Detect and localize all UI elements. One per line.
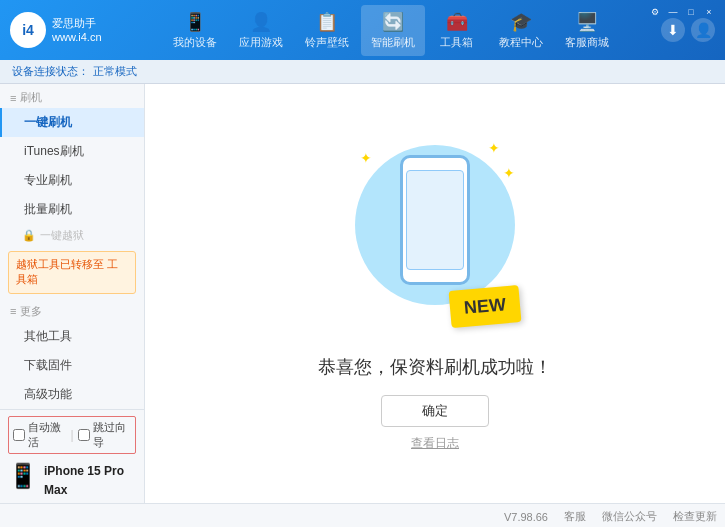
nav-apps-label: 应用游戏 (239, 35, 283, 50)
content-area: ✦ ✦ ✦ NEW 恭喜您，保资料刷机成功啦！ 确定 查看日志 (145, 84, 725, 503)
log-link[interactable]: 查看日志 (411, 435, 459, 452)
sidebar-item-itunes-flash[interactable]: iTunes刷机 (0, 137, 144, 166)
toolbox-icon: 🧰 (446, 11, 468, 33)
service-icon: 🖥️ (576, 11, 598, 33)
iphone-icon: 📱 (8, 462, 38, 490)
phone-device (400, 155, 470, 285)
app-header: i4 爱思助手 www.i4.cn 📱 我的设备 👤 应用游戏 📋 铃声壁纸 🔄… (0, 0, 725, 60)
nav-smart-flash-label: 智能刷机 (371, 35, 415, 50)
new-badge: NEW (449, 285, 522, 328)
tutorial-icon: 🎓 (510, 11, 532, 33)
sidebar-item-advanced[interactable]: 高级功能 (0, 380, 144, 409)
footer-link-service[interactable]: 客服 (564, 509, 586, 524)
nav-tutorial-label: 教程中心 (499, 35, 543, 50)
smart-flash-icon: 🔄 (382, 11, 404, 33)
sidebar-item-other-tools[interactable]: 其他工具 (0, 322, 144, 351)
sidebar-item-pro-flash[interactable]: 专业刷机 (0, 166, 144, 195)
footer-link-update[interactable]: 检查更新 (673, 509, 717, 524)
download-button[interactable]: ⬇ (661, 18, 685, 42)
status-value: 正常模式 (93, 64, 137, 79)
sidebar-section-flash: ≡ 刷机 (0, 84, 144, 108)
device-storage: 512GB (44, 500, 136, 503)
lock-icon: 🔒 (22, 229, 36, 242)
auto-activate-input[interactable] (13, 429, 25, 441)
auto-activate-label: 自动激活 (28, 420, 66, 450)
footer-link-wechat[interactable]: 微信公众号 (602, 509, 657, 524)
user-button[interactable]: 👤 (691, 18, 715, 42)
device-icon: 📱 (184, 11, 206, 33)
device-details: iPhone 15 Pro Max 512GB iPhone (44, 462, 136, 503)
nav-smart-flash[interactable]: 🔄 智能刷机 (361, 5, 425, 56)
settings-icon[interactable]: ⚙ (647, 6, 663, 18)
device-name: iPhone 15 Pro Max (44, 462, 136, 500)
logo-circle: i4 (10, 12, 46, 48)
maximize-button[interactable]: □ (683, 6, 699, 18)
warning-box: 越狱工具已转移至 工具箱 (8, 251, 136, 294)
auto-activate-checkbox[interactable]: 自动激活 (13, 420, 66, 450)
nav-toolbox[interactable]: 🧰 工具箱 (427, 5, 487, 56)
sidebar-bottom: 自动激活 | 跳过向导 📱 iPhone 15 Pro Max 512GB iP… (0, 409, 144, 503)
apps-icon: 👤 (250, 11, 272, 33)
nav-apps[interactable]: 👤 应用游戏 (229, 5, 293, 56)
sidebar-disabled-jailbreak: 🔒 一键越狱 (0, 224, 144, 247)
header-right: ⬇ 👤 (661, 18, 715, 42)
logo-text: 爱思助手 www.i4.cn (52, 16, 102, 45)
separator: | (70, 428, 73, 442)
nav-service[interactable]: 🖥️ 客服商城 (555, 5, 619, 56)
status-prefix: 设备连接状态： (12, 64, 89, 79)
device-info: 📱 iPhone 15 Pro Max 512GB iPhone (8, 458, 136, 503)
guide-input[interactable] (78, 429, 90, 441)
main-nav: 📱 我的设备 👤 应用游戏 📋 铃声壁纸 🔄 智能刷机 🧰 工具箱 🎓 (130, 5, 651, 56)
sidebar: ≡ 刷机 一键刷机 iTunes刷机 专业刷机 批量刷机 🔒 一键越狱 越狱工具… (0, 84, 145, 503)
nav-ringtone-label: 铃声壁纸 (305, 35, 349, 50)
nav-service-label: 客服商城 (565, 35, 609, 50)
version-label: V7.98.66 (504, 511, 548, 523)
more-section-icon: ≡ (10, 305, 16, 317)
nav-ringtone[interactable]: 📋 铃声壁纸 (295, 5, 359, 56)
success-text: 恭喜您，保资料刷机成功啦！ (318, 355, 552, 379)
status-bar: 设备连接状态： 正常模式 (0, 60, 725, 84)
minimize-button[interactable]: — (665, 6, 681, 18)
options-row: 自动激活 | 跳过向导 (8, 416, 136, 454)
sidebar-item-download-firm[interactable]: 下载固件 (0, 351, 144, 380)
nav-my-device-label: 我的设备 (173, 35, 217, 50)
flash-section-icon: ≡ (10, 92, 16, 104)
warning-text: 越狱工具已转移至 工具箱 (16, 258, 118, 285)
guide-checkbox[interactable]: 跳过向导 (78, 420, 131, 450)
phone-illustration: ✦ ✦ ✦ NEW (345, 135, 525, 335)
nav-toolbox-label: 工具箱 (440, 35, 473, 50)
close-button[interactable]: × (701, 6, 717, 18)
nav-my-device[interactable]: 📱 我的设备 (163, 5, 227, 56)
sidebar-item-one-key-flash[interactable]: 一键刷机 (0, 108, 144, 137)
guide-label: 跳过向导 (93, 420, 131, 450)
sparkle-1: ✦ (360, 150, 372, 166)
confirm-button[interactable]: 确定 (381, 395, 489, 427)
window-controls: ⚙ — □ × (647, 6, 717, 18)
ringtone-icon: 📋 (316, 11, 338, 33)
sparkle-2: ✦ (488, 140, 500, 156)
sparkle-3: ✦ (503, 165, 515, 181)
logo: i4 爱思助手 www.i4.cn (10, 12, 130, 48)
sidebar-item-batch-flash[interactable]: 批量刷机 (0, 195, 144, 224)
footer: V7.98.66 客服 微信公众号 检查更新 (0, 503, 725, 527)
main-layout: ≡ 刷机 一键刷机 iTunes刷机 专业刷机 批量刷机 🔒 一键越狱 越狱工具… (0, 84, 725, 503)
phone-screen (406, 170, 464, 270)
nav-tutorial[interactable]: 🎓 教程中心 (489, 5, 553, 56)
sidebar-section-more: ≡ 更多 (0, 298, 144, 322)
